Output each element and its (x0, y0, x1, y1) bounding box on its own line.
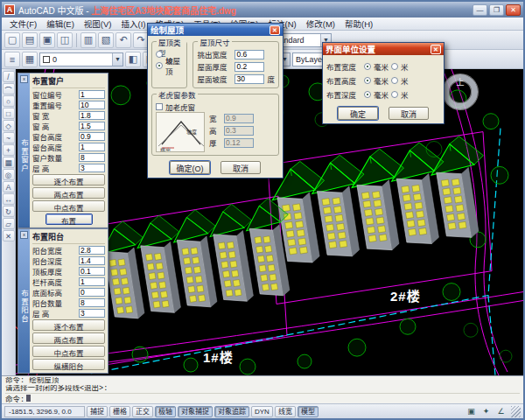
ok-button[interactable]: 确定 (338, 107, 378, 120)
title-bar[interactable]: A AutoCAD 中文版 - 上海住宅区A3地块配套商品住宅.dwg — ❐ … (2, 2, 523, 18)
text-tool-icon[interactable]: A (3, 181, 15, 192)
radio-icon[interactable] (156, 51, 163, 58)
clearance-height-field[interactable] (79, 143, 105, 151)
ellipse-tool-icon[interactable]: ◎ (3, 169, 15, 180)
polyline-tool-icon[interactable]: ~ (3, 132, 15, 144)
place-midpoint-button[interactable]: 中点布置 (32, 346, 105, 357)
sloped-roof-radio[interactable]: 坡屋顶 (156, 60, 183, 71)
rectangle-tool-icon[interactable]: □ (3, 108, 15, 119)
model-toggle[interactable]: 模型 (298, 406, 318, 417)
open-file-icon[interactable]: ▤ (22, 32, 38, 48)
dyn-toggle[interactable]: DYN (251, 406, 273, 417)
radio-icon[interactable] (364, 91, 371, 98)
move-tool-icon[interactable]: ↔ (3, 193, 15, 205)
balcony-width-field[interactable] (79, 246, 105, 255)
lineweight-toggle[interactable]: 线宽 (275, 406, 296, 417)
window-height-field[interactable] (79, 122, 105, 130)
point-tool-icon[interactable]: + (3, 144, 15, 156)
place-one-by-one-button[interactable]: 逐个布置 (32, 174, 105, 186)
roof-thickness-field[interactable] (234, 62, 264, 72)
preview-icon[interactable]: ▥ (80, 32, 96, 48)
layer-combo[interactable]: 0 ▼ (39, 52, 123, 66)
publish-icon[interactable]: ▧ (98, 32, 114, 48)
sill-height-field[interactable] (79, 132, 105, 141)
layer-manager-icon[interactable]: ≡ (4, 52, 20, 67)
overhang-width-field[interactable] (234, 50, 264, 60)
window-id-field[interactable] (79, 90, 105, 99)
erase-tool-icon[interactable]: ✕ (3, 230, 15, 242)
mirror-tool-icon[interactable]: ▱ (3, 218, 15, 229)
panel-title-strip[interactable]: x 布置窗户 (18, 74, 30, 228)
balcony-depth-field[interactable] (79, 256, 105, 265)
command-input[interactable]: 命令: (5, 393, 520, 402)
undo-icon[interactable]: ↶ (116, 32, 131, 48)
radio-icon[interactable] (364, 63, 371, 70)
roof-slope-field[interactable] (234, 74, 264, 84)
place-two-point-button[interactable]: 两点布置 (32, 187, 105, 199)
menu-edit[interactable]: 编辑(E) (42, 18, 79, 30)
place-midpoint-button[interactable]: 中点布置 (32, 200, 105, 212)
panel-title-strip[interactable]: x 布置阳台 (18, 229, 30, 373)
window-count-field[interactable] (79, 153, 105, 162)
make-current-icon[interactable]: ◧ (125, 52, 141, 67)
place-one-by-one-button[interactable]: 逐个布置 (32, 319, 105, 331)
radio-icon[interactable] (391, 91, 398, 98)
otrack-toggle[interactable]: 对象追踪 (214, 406, 249, 417)
reset-id-field[interactable] (79, 101, 105, 109)
radio-icon[interactable] (391, 63, 398, 70)
close-icon[interactable]: ✕ (430, 45, 441, 54)
dialog-title-bar[interactable]: 绘制屋顶 ✕ (148, 24, 283, 36)
checkbox-icon[interactable] (156, 103, 163, 110)
dialog-title-bar[interactable]: 界面单位设置 ✕ (323, 43, 444, 55)
ok-button[interactable]: 确定(O) (170, 161, 210, 174)
circle-tool-icon[interactable]: ○ (3, 95, 15, 107)
dormer-checkbox[interactable]: 加老虎窗 (156, 101, 275, 112)
minimize-button[interactable]: — (472, 4, 487, 16)
maximize-button[interactable]: ❐ (489, 4, 504, 16)
menu-file[interactable]: 文件(F) (5, 18, 41, 30)
layer-states-icon[interactable]: ▦ (22, 52, 38, 67)
window-width-field[interactable] (79, 111, 105, 120)
storey-height-field[interactable] (79, 309, 105, 318)
polar-toggle[interactable]: 极轴 (155, 406, 176, 417)
base-elevation-field[interactable] (79, 288, 105, 297)
hatch-tool-icon[interactable]: ▦ (3, 157, 15, 168)
cancel-button[interactable]: 取消 (388, 107, 429, 120)
line-tool-icon[interactable]: / (3, 71, 15, 82)
osnap-toggle[interactable]: 对象捕捉 (178, 406, 213, 417)
rotate-tool-icon[interactable]: ↻ (3, 206, 15, 217)
ortho-toggle[interactable]: 正交 (132, 406, 153, 417)
slab-thickness-field[interactable] (79, 267, 105, 276)
menu-view[interactable]: 视图(V) (80, 18, 116, 30)
toolbar-lock-icon[interactable]: ▣ (465, 406, 478, 417)
radio-icon[interactable] (364, 77, 371, 84)
close-button[interactable]: ✕ (506, 4, 521, 16)
radio-icon[interactable] (156, 62, 163, 69)
resize-grip[interactable] (511, 406, 521, 417)
close-icon[interactable]: x (20, 75, 28, 83)
close-icon[interactable]: x (20, 231, 28, 239)
menu-insert[interactable]: 插入(I) (116, 18, 150, 30)
new-file-icon[interactable]: ▢ (4, 32, 20, 48)
save-file-icon[interactable]: ▣ (39, 32, 55, 48)
comm-center-icon[interactable]: ✦ (480, 406, 493, 417)
menu-modify[interactable]: 修改(M) (302, 18, 340, 30)
place-two-point-button[interactable]: 两点布置 (32, 332, 105, 344)
polygon-tool-icon[interactable]: ◇ (3, 120, 15, 131)
close-icon[interactable]: ✕ (270, 25, 280, 35)
place-button[interactable]: 布置 (46, 214, 93, 225)
clean-screen-icon[interactable]: ∠ (494, 406, 508, 417)
chevron-down-icon[interactable]: ▼ (112, 53, 122, 66)
arc-tool-icon[interactable]: ⌒ (3, 83, 15, 94)
balcony-count-field[interactable] (79, 298, 105, 307)
menu-help[interactable]: 帮助(H) (340, 18, 377, 30)
view-compass[interactable]: 上 (443, 74, 478, 109)
grid-toggle[interactable]: 栅格 (109, 406, 130, 417)
railing-height-field[interactable] (79, 277, 105, 286)
radio-icon[interactable] (391, 77, 398, 84)
snap-toggle[interactable]: 捕捉 (87, 406, 108, 417)
storey-height-field[interactable] (79, 164, 105, 172)
corner-balcony-button[interactable]: 纵横阳台 (32, 359, 105, 370)
plot-icon[interactable]: ◫ (57, 32, 73, 48)
cancel-button[interactable]: 取消 (220, 161, 261, 174)
